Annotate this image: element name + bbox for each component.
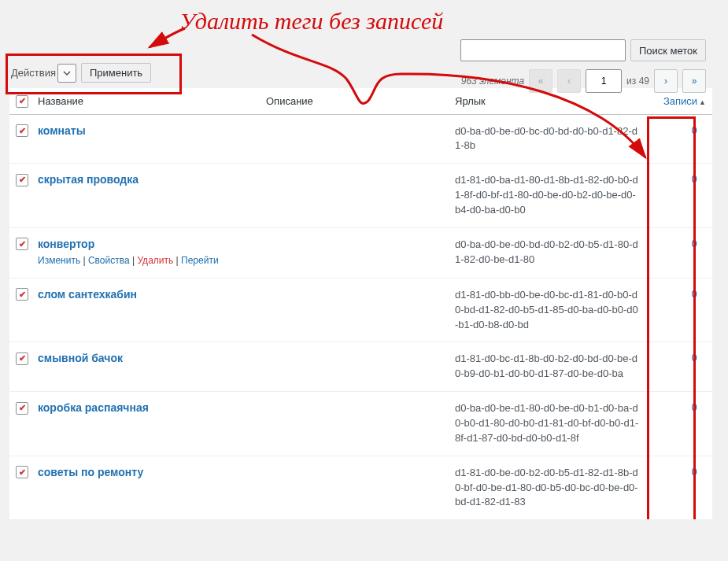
- tag-description: [260, 227, 449, 278]
- tag-slug: d1-81-d0-bb-d0-be-d0-bc-d1-81-d0-b0-d0-b…: [455, 288, 639, 333]
- apply-button[interactable]: Применить: [81, 63, 151, 83]
- row-checkbox[interactable]: [16, 402, 28, 415]
- column-description[interactable]: Описание: [260, 88, 449, 114]
- prev-page-button: ‹: [557, 69, 581, 93]
- tag-description: [260, 164, 449, 228]
- current-page-input[interactable]: [586, 69, 622, 93]
- tag-slug: d1-81-d0-ba-d1-80-d1-8b-d1-82-d0-b0-d1-8…: [455, 173, 639, 218]
- tag-description: [260, 456, 449, 519]
- row-checkbox[interactable]: [16, 124, 28, 137]
- search-button[interactable]: Поиск меток: [630, 39, 706, 61]
- tag-description: [260, 114, 449, 164]
- row-actions: Изменить | Свойства | Удалить | Перейти: [38, 253, 253, 268]
- tag-slug: d0-ba-d0-be-d1-80-d0-be-d0-b1-d0-ba-d0-b…: [455, 401, 639, 446]
- total-items: 963 элемента: [461, 76, 524, 87]
- tags-table: Название Описание Ярлык Записи▲ комнатыd…: [9, 88, 712, 519]
- tag-name-link[interactable]: слом сантехкабин: [38, 288, 253, 301]
- last-page-button[interactable]: »: [682, 69, 706, 93]
- table-row: комнатыd0-ba-d0-be-d0-bc-d0-bd-d0-b0-d1-…: [9, 114, 712, 164]
- next-page-button[interactable]: ›: [654, 69, 678, 93]
- tag-slug: d0-ba-d0-be-d0-bd-d0-b2-d0-b5-d1-80-d1-8…: [455, 238, 639, 268]
- column-name[interactable]: Название: [31, 88, 260, 114]
- tag-count[interactable]: 0: [682, 352, 706, 364]
- tag-slug: d1-81-d0-be-d0-b2-d0-b5-d1-82-d1-8b-d0-b…: [455, 466, 639, 511]
- search-input[interactable]: [460, 39, 626, 61]
- tag-slug: d1-81-d0-bc-d1-8b-d0-b2-d0-bd-d0-be-d0-b…: [455, 352, 639, 382]
- table-row: скрытая проводкаd1-81-d0-ba-d1-80-d1-8b-…: [9, 164, 712, 228]
- row-checkbox[interactable]: [16, 238, 28, 250]
- chevron-down-icon: [63, 69, 71, 77]
- tag-name-link[interactable]: смывной бачок: [38, 352, 253, 364]
- total-pages: из 49: [626, 76, 649, 87]
- table-row: слом сантехкабинd1-81-d0-bb-d0-be-d0-bc-…: [9, 278, 712, 342]
- edit-link[interactable]: Изменить: [38, 255, 80, 266]
- tag-count[interactable]: 0: [682, 401, 706, 413]
- quick-edit-link[interactable]: Свойства: [88, 255, 130, 266]
- tag-description: [260, 392, 449, 456]
- table-row: советы по ремонтуd1-81-d0-be-d0-b2-d0-b5…: [9, 456, 712, 519]
- row-checkbox[interactable]: [16, 352, 28, 365]
- table-row: смывной бачокd1-81-d0-bc-d1-8b-d0-b2-d0-…: [9, 342, 712, 392]
- tag-description: [260, 278, 449, 342]
- tag-slug: d0-ba-d0-be-d0-bc-d0-bd-d0-b0-d1-82-d1-8…: [455, 124, 639, 154]
- tag-name-link[interactable]: комнаты: [38, 124, 253, 137]
- tag-name-link[interactable]: конвертор: [38, 238, 253, 250]
- search-area: Поиск меток: [460, 39, 706, 61]
- select-all-checkbox[interactable]: [16, 95, 28, 108]
- table-row: конверторИзменить | Свойства | Удалить |…: [9, 227, 712, 278]
- row-checkbox[interactable]: [16, 174, 28, 186]
- tag-name-link[interactable]: коробка распаячная: [38, 401, 253, 414]
- tag-description: [260, 342, 449, 392]
- first-page-button: «: [529, 69, 552, 93]
- tag-name-link[interactable]: советы по ремонту: [38, 466, 253, 478]
- bulk-action-select-label: Действия: [11, 67, 56, 79]
- tag-count[interactable]: 0: [682, 238, 706, 249]
- delete-link[interactable]: Удалить: [137, 255, 173, 266]
- view-link[interactable]: Перейти: [181, 255, 219, 266]
- row-checkbox[interactable]: [16, 288, 28, 301]
- row-checkbox[interactable]: [16, 466, 28, 478]
- tag-name-link[interactable]: скрытая проводка: [38, 173, 253, 186]
- pagination: 963 элемента « ‹ из 49 › »: [461, 69, 706, 93]
- bulk-action-dropdown[interactable]: [57, 64, 76, 83]
- table-row: коробка распаячнаяd0-ba-d0-be-d1-80-d0-b…: [9, 392, 712, 456]
- tag-count[interactable]: 0: [682, 466, 706, 478]
- bulk-actions: Действия Применить: [11, 63, 151, 83]
- tag-count[interactable]: 0: [682, 124, 706, 136]
- sort-ascending-icon: ▲: [699, 98, 706, 106]
- tag-count[interactable]: 0: [682, 288, 706, 300]
- tag-count[interactable]: 0: [682, 173, 706, 185]
